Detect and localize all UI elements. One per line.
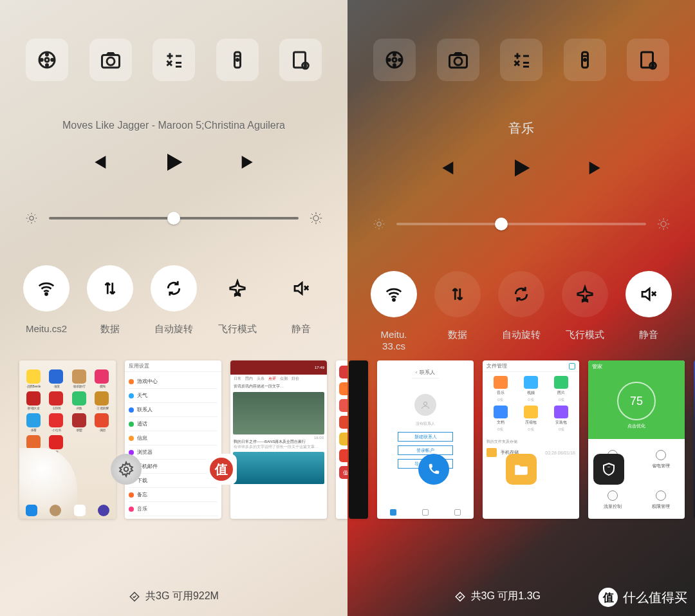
remote-icon[interactable] (373, 39, 416, 81)
airplane-toggle[interactable]: 飞行模式 (554, 271, 616, 352)
svg-point-29 (661, 221, 666, 227)
brightness-slider[interactable] (348, 186, 695, 238)
files-app-icon[interactable] (506, 454, 537, 485)
recent-apps[interactable]: ‹联系人 没有联系人 新建联系人 登录帐户 导入联系人 文件管理 音乐0项视频0… (348, 360, 695, 526)
watermark: 值 什么值得买 (598, 588, 687, 607)
svg-point-30 (393, 299, 395, 301)
card-title: 应用设置 (129, 362, 149, 369)
recents-dock (348, 454, 695, 485)
calculator-icon[interactable] (153, 39, 195, 81)
remote-icon[interactable] (26, 39, 68, 81)
clear-all-icon[interactable] (454, 591, 466, 602)
recent-card-contacts[interactable]: ‹联系人 没有联系人 新建联系人 登录帐户 导入联系人 (377, 360, 474, 519)
slider-thumb[interactable] (495, 218, 508, 230)
recent-card-cleaner[interactable]: 管家 75 点击优化 垃圾清理省电管理流量控制权限管理 (588, 360, 685, 519)
play-icon[interactable] (508, 155, 534, 181)
card-title: 文件管理 (486, 362, 507, 369)
recent-card-partial[interactable]: 值 (336, 360, 348, 519)
data-icon (448, 285, 467, 304)
media-title: Moves Like Jagger - Maroon 5;Christina A… (26, 120, 322, 131)
recent-card-files[interactable]: 文件管理 音乐0项视频0项图片0项文档0项压缩包0项安装包0项 我的文件夹及存储… (483, 360, 579, 519)
prev-track-icon[interactable] (88, 151, 109, 173)
shortcut-row (0, 0, 348, 94)
rotate-toggle[interactable]: 自动旋转 (490, 271, 552, 352)
svg-point-7 (107, 57, 115, 65)
screenshot-icon[interactable] (279, 39, 322, 81)
prev-track-icon[interactable] (435, 157, 457, 179)
screenshot-icon[interactable] (627, 39, 669, 81)
flashlight-icon[interactable] (216, 39, 259, 81)
clear-all-icon[interactable] (129, 591, 140, 602)
data-toggle[interactable]: 数据 (427, 271, 488, 352)
svg-point-25 (584, 59, 586, 61)
recents-dock: 值 (0, 454, 348, 485)
play-icon[interactable] (161, 149, 187, 175)
slider-thumb[interactable] (167, 212, 180, 225)
rotate-icon (164, 279, 183, 298)
airplane-toggle[interactable]: 飞行模式 (207, 265, 268, 335)
mute-icon (292, 279, 311, 298)
media-block: 音乐 (348, 94, 695, 186)
phone-screenshot-right: 音乐 Meitu. 33.cs 数据 自动旋转 飞行模式 静音 ‹联系人 没有联… (348, 0, 695, 616)
svg-point-5 (51, 59, 53, 61)
svg-point-28 (377, 222, 381, 226)
svg-point-4 (41, 59, 42, 61)
memory-status: 共3G 可用1.3G (454, 590, 541, 603)
optimization-score: 75 (617, 382, 656, 420)
brightness-track[interactable] (49, 217, 299, 219)
svg-point-9 (236, 59, 238, 61)
svg-point-12 (30, 216, 33, 220)
svg-point-2 (46, 53, 48, 55)
toggle-row: Meitu.cs2 数据 自动旋转 飞行模式 静音 (0, 232, 348, 341)
avatar-icon (414, 394, 436, 416)
data-toggle[interactable]: 数据 (79, 265, 141, 335)
camera-icon[interactable] (437, 39, 479, 81)
brightness-track[interactable] (396, 223, 646, 225)
card-title: 管家 (592, 363, 602, 370)
security-app-icon[interactable] (593, 454, 624, 485)
media-title: 音乐 (373, 120, 669, 137)
camera-icon[interactable] (89, 39, 132, 81)
phone-screenshot-left: Moves Like Jagger - Maroon 5;Christina A… (0, 0, 348, 616)
svg-point-3 (46, 64, 48, 66)
wifi-icon (37, 279, 56, 298)
mute-toggle[interactable]: 静音 (270, 265, 332, 335)
svg-point-15 (124, 467, 129, 472)
watermark-text: 什么值得买 (623, 589, 687, 606)
wifi-toggle[interactable]: Meitu. 33.cs (363, 271, 425, 352)
recent-apps[interactable]: ·品质Beetle·百度·骆驼旅行·爱淘·影视大全·12306·闲鱼·王者荣耀·… (0, 360, 348, 526)
wifi-toggle[interactable]: Meitu.cs2 (15, 265, 77, 335)
phone-app-icon[interactable] (418, 454, 449, 485)
svg-point-18 (394, 53, 396, 55)
next-track-icon[interactable] (586, 157, 607, 179)
shortcut-row (348, 0, 695, 94)
svg-point-1 (45, 58, 49, 62)
svg-point-31 (423, 402, 427, 405)
brightness-slider[interactable] (0, 180, 348, 232)
settings-app-icon[interactable] (111, 454, 142, 485)
smzdm-app-icon[interactable]: 值 (206, 454, 237, 485)
next-track-icon[interactable] (238, 151, 260, 173)
svg-point-21 (399, 59, 401, 61)
brightness-low-icon (372, 217, 386, 231)
rotate-toggle[interactable]: 自动旋转 (143, 265, 205, 335)
brightness-low-icon (24, 211, 39, 225)
rotate-icon (512, 285, 531, 304)
recent-card-dark[interactable] (349, 360, 368, 519)
media-block: Moves Like Jagger - Maroon 5;Christina A… (0, 94, 348, 180)
svg-point-23 (454, 57, 462, 65)
watermark-logo: 值 (598, 588, 618, 607)
brightness-high-icon (309, 211, 323, 225)
toggle-row: Meitu. 33.cs 数据 自动旋转 飞行模式 静音 (348, 238, 695, 359)
brightness-high-icon (656, 217, 671, 231)
mute-toggle[interactable]: 静音 (618, 271, 680, 352)
recent-card-settings[interactable]: 应用设置 游戏中心天气联系人通话信息浏览器手机邮件下载备忘音乐图库 (125, 360, 221, 519)
flashlight-icon[interactable] (564, 39, 606, 81)
svg-point-17 (393, 58, 396, 62)
calculator-icon[interactable] (500, 39, 542, 81)
memory-status: 共3G 可用922M (0, 590, 348, 603)
recent-card-news[interactable]: 17:49 日常国内头条点评众测好价 资讯资讯内容描述一段文字… 16:00 我… (230, 360, 327, 519)
svg-point-14 (46, 293, 48, 295)
mute-icon (639, 285, 658, 304)
recent-card-home[interactable]: ·品质Beetle·百度·骆驼旅行·爱淘·影视大全·12306·闲鱼·王者荣耀·… (19, 360, 116, 519)
